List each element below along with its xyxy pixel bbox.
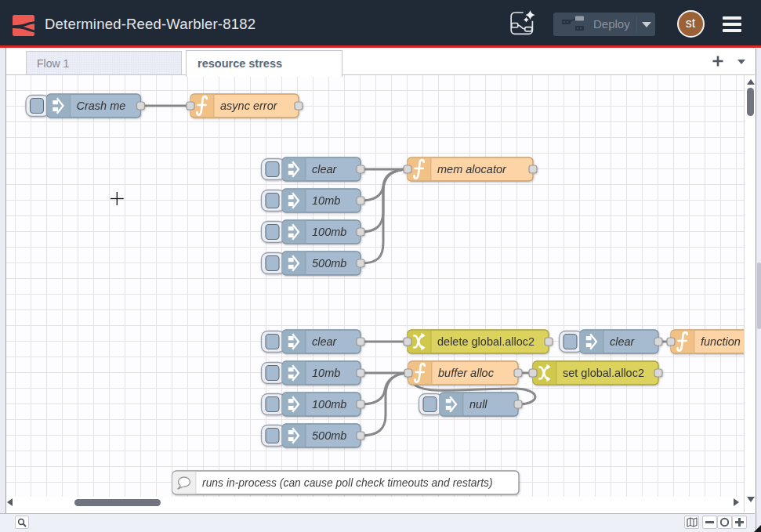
svg-text:500mb: 500mb <box>312 429 346 442</box>
svg-text:buffer alloc: buffer alloc <box>438 367 495 379</box>
svg-text:null: null <box>469 398 487 411</box>
svg-text:10mb: 10mb <box>312 194 340 207</box>
svg-text:clear: clear <box>610 335 636 348</box>
svg-text:10mb: 10mb <box>312 367 340 379</box>
svg-text:runs in-process (can cause pol: runs in-process (can cause poll check ti… <box>202 476 493 489</box>
svg-text:Crash me: Crash me <box>77 100 126 112</box>
svg-text:async error: async error <box>220 100 278 112</box>
svg-text:100mb: 100mb <box>312 226 346 238</box>
svg-text:500mb: 500mb <box>312 257 346 270</box>
svg-text:mem alocator: mem alocator <box>437 163 507 176</box>
svg-text:clear: clear <box>312 163 338 176</box>
svg-text:clear: clear <box>312 335 338 348</box>
svg-text:function: function <box>701 335 741 348</box>
svg-text:100mb: 100mb <box>312 398 346 411</box>
svg-text:set global.alloc2: set global.alloc2 <box>563 367 644 379</box>
svg-text:delete global.alloc2: delete global.alloc2 <box>437 335 535 348</box>
